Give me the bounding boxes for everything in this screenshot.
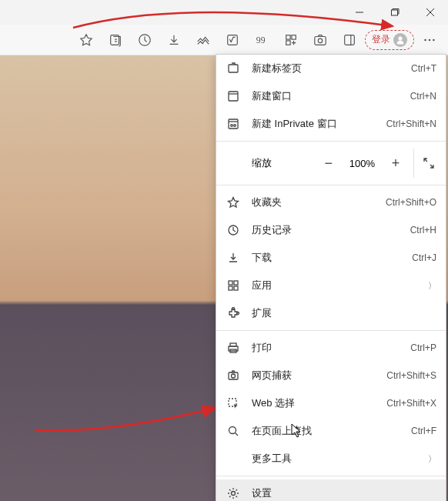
menu-downloads[interactable]: 下载 Ctrl+J — [216, 244, 446, 272]
star-icon — [226, 195, 241, 210]
capture-icon — [226, 368, 241, 383]
menu-label: 新建标签页 — [252, 62, 411, 75]
login-button[interactable]: 登录 — [365, 30, 414, 50]
svg-point-12 — [318, 38, 322, 42]
menu-separator — [216, 476, 446, 476]
menu-shortcut: Ctrl+N — [410, 91, 436, 102]
minimize-button[interactable] — [342, 0, 377, 25]
downloads-icon[interactable] — [160, 28, 188, 52]
inprivate-icon — [226, 116, 241, 132]
svg-rect-10 — [286, 40, 290, 44]
menu-web-capture[interactable]: 网页捕获 Ctrl+Shift+S — [216, 362, 446, 389]
svg-point-17 — [429, 38, 431, 41]
collections-icon[interactable] — [102, 28, 129, 52]
menu-label: 应用 — [252, 279, 428, 292]
menu-new-tab[interactable]: 新建标签页 Ctrl+T — [216, 55, 446, 82]
svg-rect-13 — [345, 35, 355, 45]
login-label: 登录 — [372, 33, 390, 46]
math-solver-icon[interactable] — [219, 28, 246, 52]
zoom-out-button[interactable]: − — [314, 149, 343, 178]
menu-label: Web 选择 — [252, 396, 386, 410]
svg-rect-20 — [229, 92, 238, 101]
svg-rect-30 — [234, 286, 238, 290]
svg-rect-22 — [229, 119, 238, 129]
menu-label: 新建窗口 — [252, 89, 410, 103]
close-button[interactable] — [413, 0, 448, 25]
menu-shortcut: Ctrl+P — [410, 342, 436, 353]
menu-extensions[interactable]: 扩展 — [216, 299, 446, 327]
menu-print[interactable]: 打印 Ctrl+P — [216, 334, 446, 362]
gear-icon — [226, 486, 241, 501]
menu-new-inprivate[interactable]: 新建 InPrivate 窗口 Ctrl+Shift+N — [216, 110, 446, 138]
menu-favorites[interactable]: 收藏夹 Ctrl+Shift+O — [216, 189, 446, 216]
svg-rect-29 — [229, 286, 232, 290]
svg-rect-11 — [315, 36, 326, 45]
history-icon[interactable] — [131, 28, 159, 52]
menu-separator — [216, 330, 446, 331]
svg-point-39 — [229, 427, 236, 434]
avatar-icon — [393, 33, 407, 47]
menu-find[interactable]: 在页面上查找 Ctrl+F — [216, 417, 446, 445]
menu-web-select[interactable]: Web 选择 Ctrl+Shift+X — [216, 389, 446, 417]
cite-icon[interactable]: 99 — [248, 28, 276, 52]
svg-text:99: 99 — [256, 35, 266, 45]
menu-shortcut: Ctrl+H — [410, 225, 436, 235]
performance-icon[interactable] — [189, 28, 217, 52]
menu-label: 在页面上查找 — [252, 424, 411, 438]
svg-rect-19 — [229, 65, 238, 72]
menu-label: 设置 — [252, 486, 436, 500]
svg-point-18 — [433, 38, 435, 41]
menu-shortcut: Ctrl+Shift+N — [386, 119, 436, 129]
svg-point-40 — [232, 492, 236, 496]
more-menu-button[interactable] — [416, 28, 443, 52]
menu-separator — [216, 185, 446, 185]
menu-label: 收藏夹 — [252, 195, 386, 209]
svg-point-37 — [232, 374, 236, 378]
web-select-icon — [226, 396, 241, 411]
window-titlebar — [0, 0, 448, 25]
svg-point-24 — [231, 125, 233, 127]
menu-separator — [216, 141, 446, 142]
apps-icon — [226, 278, 241, 293]
new-tab-icon — [226, 61, 241, 76]
zoom-label: 缩放 — [252, 156, 314, 170]
svg-point-16 — [424, 38, 426, 41]
browser-toolbar: 99 登录 — [0, 25, 448, 55]
favorites-icon[interactable] — [72, 28, 100, 52]
maximize-button[interactable] — [377, 0, 413, 25]
print-icon — [226, 340, 241, 356]
history-icon — [226, 222, 241, 238]
menu-new-window[interactable]: 新建窗口 Ctrl+N — [216, 82, 446, 110]
menu-history[interactable]: 历史记录 Ctrl+H — [216, 216, 446, 244]
zoom-in-button[interactable]: + — [381, 149, 410, 178]
find-icon — [226, 423, 241, 439]
sidebar-icon[interactable] — [336, 28, 363, 52]
menu-shortcut: Ctrl+J — [412, 252, 436, 263]
menu-apps[interactable]: 应用 〉 — [216, 272, 446, 299]
svg-point-31 — [232, 308, 235, 310]
menu-label: 历史记录 — [252, 223, 410, 237]
fullscreen-button[interactable] — [413, 149, 443, 178]
svg-rect-6 — [228, 35, 238, 45]
menu-label: 更多工具 — [252, 452, 428, 466]
svg-rect-8 — [286, 35, 290, 38]
download-icon — [226, 250, 241, 266]
settings-menu: 新建标签页 Ctrl+T 新建窗口 Ctrl+N 新建 InPrivate 窗口… — [216, 54, 446, 501]
chevron-right-icon: 〉 — [428, 453, 436, 465]
apps-icon[interactable] — [277, 28, 305, 52]
zoom-value: 100% — [343, 158, 381, 169]
menu-shortcut: Ctrl+F — [411, 426, 436, 436]
svg-point-25 — [234, 125, 236, 127]
extensions-icon — [226, 306, 241, 321]
menu-more-tools[interactable]: 更多工具 〉 — [216, 445, 446, 473]
menu-label: 打印 — [252, 341, 410, 355]
menu-shortcut: Ctrl+Shift+S — [386, 370, 436, 381]
menu-settings[interactable]: 设置 — [216, 479, 446, 501]
screenshot-icon[interactable] — [306, 28, 334, 52]
svg-rect-1 — [392, 10, 398, 15]
new-window-icon — [226, 89, 241, 104]
menu-shortcut: Ctrl+Shift+O — [386, 197, 436, 208]
menu-shortcut: Ctrl+T — [411, 63, 436, 74]
menu-zoom-row: 缩放 − 100% + — [216, 145, 446, 182]
svg-point-32 — [237, 312, 239, 315]
